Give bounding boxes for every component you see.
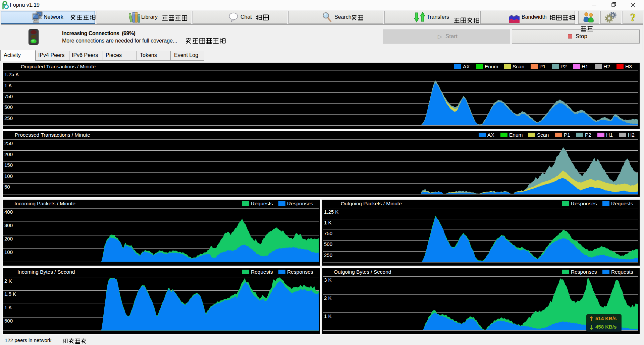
svg-text:2 K: 2 K: [4, 278, 12, 284]
svg-text:500: 500: [4, 104, 13, 110]
svg-text:500: 500: [324, 241, 332, 247]
svg-text:200: 200: [4, 236, 13, 242]
svg-text:Incoming Packets / Minute: Incoming Packets / Minute: [14, 201, 75, 206]
svg-text:P2: P2: [585, 132, 591, 138]
svg-text:150: 150: [4, 162, 13, 168]
svg-text:250: 250: [4, 115, 13, 121]
svg-text:1.25 K: 1.25 K: [4, 71, 19, 77]
svg-text:Requests: Requests: [611, 269, 633, 275]
svg-text:Originated Transactions / Minu: Originated Transactions / Minute: [21, 64, 96, 69]
svg-text:Responses: Responses: [571, 201, 597, 206]
svg-text:H2: H2: [628, 132, 635, 138]
svg-text:100: 100: [4, 249, 13, 255]
svg-text:750: 750: [324, 230, 332, 236]
svg-text:3 K: 3 K: [324, 277, 332, 283]
svg-text:H2: H2: [603, 64, 610, 69]
svg-text:300: 300: [4, 222, 13, 228]
svg-text:250: 250: [324, 252, 332, 258]
svg-text:250: 250: [4, 140, 13, 146]
svg-text:AX: AX: [487, 132, 494, 138]
svg-text:H1: H1: [606, 132, 613, 138]
svg-text:750: 750: [4, 93, 13, 99]
svg-text:Outgoing Bytes / Second: Outgoing Bytes / Second: [334, 269, 391, 275]
svg-text:H3: H3: [625, 64, 632, 69]
svg-text:1 K: 1 K: [324, 313, 332, 319]
svg-text:500: 500: [4, 318, 13, 324]
svg-text:1 K: 1 K: [4, 82, 12, 88]
svg-text:Requests: Requests: [611, 201, 633, 206]
svg-text:P1: P1: [539, 64, 546, 69]
svg-text:Enum: Enum: [485, 64, 498, 69]
svg-text:Scan: Scan: [537, 132, 549, 138]
svg-text:1 K: 1 K: [4, 304, 12, 310]
svg-text:Responses: Responses: [287, 201, 313, 206]
svg-text:P2: P2: [560, 64, 567, 69]
svg-text:1.25 K: 1.25 K: [324, 209, 338, 215]
svg-text:100: 100: [4, 173, 13, 179]
svg-text:1.5 K: 1.5 K: [4, 291, 16, 297]
svg-text:Requests: Requests: [251, 269, 273, 275]
svg-text:H1: H1: [582, 64, 588, 69]
svg-text:50: 50: [4, 184, 10, 190]
svg-text:P1: P1: [564, 132, 570, 138]
svg-text:?: ?: [630, 12, 636, 23]
svg-text:Responses: Responses: [571, 269, 597, 275]
svg-text:Enum: Enum: [509, 132, 523, 138]
svg-text:Responses: Responses: [287, 269, 313, 275]
svg-text:400: 400: [4, 209, 13, 215]
svg-text:200: 200: [4, 151, 13, 157]
svg-text:Scan: Scan: [513, 64, 524, 69]
svg-text:Outgoing Packets / Minute: Outgoing Packets / Minute: [341, 201, 402, 206]
svg-text:1 K: 1 K: [324, 220, 332, 225]
svg-text:Requests: Requests: [251, 201, 273, 206]
svg-text:Incoming Bytes / Second: Incoming Bytes / Second: [17, 269, 75, 275]
svg-text:AX: AX: [463, 64, 470, 69]
svg-text:2 K: 2 K: [324, 295, 332, 301]
svg-text:Processed Transactions / Minut: Processed Transactions / Minute: [15, 132, 90, 138]
